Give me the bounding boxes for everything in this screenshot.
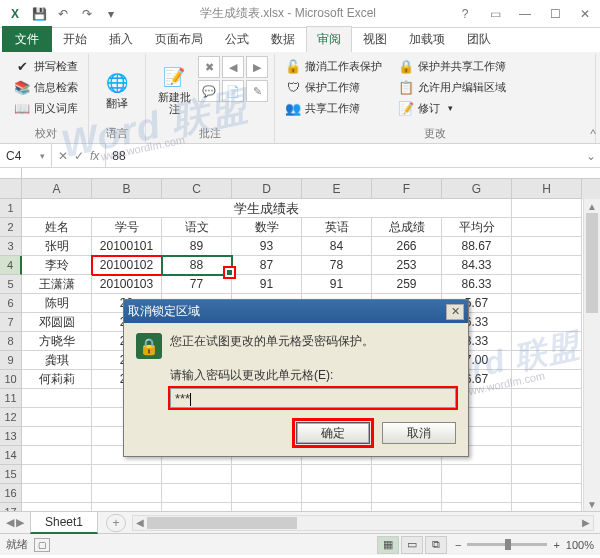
- grid-cell[interactable]: 学生成绩表: [22, 199, 512, 218]
- password-input[interactable]: ***: [170, 388, 456, 408]
- ok-button[interactable]: 确定: [296, 422, 370, 444]
- grid-cell[interactable]: 259: [372, 275, 442, 294]
- zoom-out-icon[interactable]: −: [455, 539, 461, 551]
- prev-comment-icon[interactable]: ◀: [222, 56, 244, 78]
- sheet-tab[interactable]: Sheet1: [30, 511, 98, 534]
- collapse-ribbon-icon[interactable]: ^: [590, 127, 596, 141]
- grid-cell[interactable]: 253: [372, 256, 442, 275]
- show-all-icon[interactable]: 📄: [222, 80, 244, 102]
- grid-cell[interactable]: [302, 503, 372, 511]
- grid-cell[interactable]: 91: [302, 275, 372, 294]
- tab-插入[interactable]: 插入: [98, 26, 144, 52]
- tab-公式[interactable]: 公式: [214, 26, 260, 52]
- grid-cell[interactable]: 方晓华: [22, 332, 92, 351]
- row-head[interactable]: 10: [0, 370, 22, 389]
- grid-cell[interactable]: [442, 503, 512, 511]
- grid-cell[interactable]: 王潇潇: [22, 275, 92, 294]
- column-head[interactable]: H: [512, 179, 582, 199]
- allow-edit-ranges-button[interactable]: 📋允许用户编辑区域: [394, 77, 510, 97]
- new-comment-button[interactable]: 📝 新建批注: [152, 56, 196, 124]
- row-head[interactable]: 16: [0, 484, 22, 503]
- grid-cell[interactable]: 数学: [232, 218, 302, 237]
- grid-cell[interactable]: 20100101: [92, 237, 162, 256]
- zoom-slider[interactable]: [467, 543, 547, 546]
- grid-cell[interactable]: 何莉莉: [22, 370, 92, 389]
- maximize-icon[interactable]: ☐: [540, 0, 570, 28]
- grid-cell[interactable]: [232, 503, 302, 511]
- unprotect-sheet-button[interactable]: 🔓撤消工作表保护: [281, 56, 386, 76]
- grid-cell[interactable]: [162, 465, 232, 484]
- close-icon[interactable]: ✕: [570, 0, 600, 28]
- row-head[interactable]: 15: [0, 465, 22, 484]
- grid-cell[interactable]: 86.33: [442, 275, 512, 294]
- macro-record-icon[interactable]: ▢: [34, 538, 50, 552]
- row-head[interactable]: 11: [0, 389, 22, 408]
- redo-icon[interactable]: ↷: [76, 3, 98, 25]
- grid-cell[interactable]: [302, 465, 372, 484]
- grid-cell[interactable]: [512, 275, 582, 294]
- grid-cell[interactable]: [512, 256, 582, 275]
- excel-icon[interactable]: X: [4, 3, 26, 25]
- zoom-in-icon[interactable]: +: [553, 539, 559, 551]
- scroll-up-icon[interactable]: ▲: [584, 199, 600, 213]
- grid-cell[interactable]: [512, 199, 582, 218]
- cancel-edit-icon[interactable]: ✕: [58, 149, 68, 163]
- grid-cell[interactable]: 78: [302, 256, 372, 275]
- row-head[interactable]: 2: [0, 218, 22, 237]
- grid-cell[interactable]: [442, 465, 512, 484]
- row-head[interactable]: 3: [0, 237, 22, 256]
- grid-cell[interactable]: [512, 237, 582, 256]
- column-head[interactable]: B: [92, 179, 162, 199]
- tab-加载项[interactable]: 加载项: [398, 26, 456, 52]
- row-head[interactable]: 9: [0, 351, 22, 370]
- track-changes-button[interactable]: 📝修订▾: [394, 98, 510, 118]
- grid-cell[interactable]: 88.67: [442, 237, 512, 256]
- scroll-right-icon[interactable]: ▶: [579, 516, 593, 530]
- column-head[interactable]: F: [372, 179, 442, 199]
- formula-expand-icon[interactable]: ⌄: [582, 144, 600, 167]
- grid-cell[interactable]: [22, 389, 92, 408]
- namebox-dropdown-icon[interactable]: ▾: [40, 151, 45, 161]
- grid-cell[interactable]: 姓名: [22, 218, 92, 237]
- scroll-down-icon[interactable]: ▼: [584, 497, 600, 511]
- grid-cell[interactable]: [22, 408, 92, 427]
- scroll-thumb[interactable]: [586, 213, 598, 313]
- grid-cell[interactable]: [162, 503, 232, 511]
- zoom-level[interactable]: 100%: [566, 539, 594, 551]
- scroll-left-icon[interactable]: ◀: [133, 516, 147, 530]
- protect-workbook-button[interactable]: 🛡保护工作簿: [281, 77, 386, 97]
- grid-cell[interactable]: 龚琪: [22, 351, 92, 370]
- hscroll-thumb[interactable]: [147, 517, 297, 529]
- grid-cell[interactable]: [512, 503, 582, 511]
- minimize-icon[interactable]: —: [510, 0, 540, 28]
- grid-cell[interactable]: 91: [232, 275, 302, 294]
- grid-cell[interactable]: [512, 465, 582, 484]
- grid-cell[interactable]: 84.33: [442, 256, 512, 275]
- sheet-last-icon[interactable]: ▶: [16, 516, 24, 529]
- select-all-corner[interactable]: [0, 179, 22, 199]
- row-head[interactable]: 7: [0, 313, 22, 332]
- column-head[interactable]: D: [232, 179, 302, 199]
- confirm-edit-icon[interactable]: ✓: [74, 149, 84, 163]
- tab-开始[interactable]: 开始: [52, 26, 98, 52]
- tab-团队[interactable]: 团队: [456, 26, 502, 52]
- tab-页面布局[interactable]: 页面布局: [144, 26, 214, 52]
- column-head[interactable]: A: [22, 179, 92, 199]
- pagebreak-view-icon[interactable]: ⧉: [425, 536, 447, 554]
- grid-cell[interactable]: [512, 484, 582, 503]
- grid-cell[interactable]: [372, 503, 442, 511]
- grid-cell[interactable]: [512, 313, 582, 332]
- show-comment-icon[interactable]: 💬: [198, 80, 220, 102]
- grid-cell[interactable]: 总成绩: [372, 218, 442, 237]
- dialog-close-icon[interactable]: ✕: [446, 304, 464, 320]
- grid-cell[interactable]: [92, 465, 162, 484]
- grid-cell[interactable]: 266: [372, 237, 442, 256]
- grid-cell[interactable]: [22, 503, 92, 511]
- grid-cell[interactable]: 77: [162, 275, 232, 294]
- grid-cell[interactable]: [512, 408, 582, 427]
- grid-cell[interactable]: [22, 484, 92, 503]
- column-head[interactable]: G: [442, 179, 512, 199]
- grid-cell[interactable]: 李玲: [22, 256, 92, 275]
- row-head[interactable]: 17: [0, 503, 22, 511]
- grid-cell[interactable]: 89: [162, 237, 232, 256]
